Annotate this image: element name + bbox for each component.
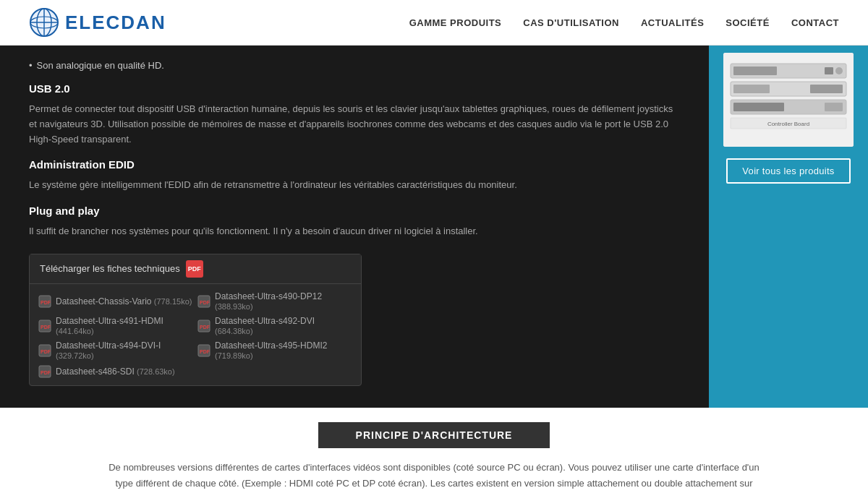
pdf-icon: PDF: [186, 260, 203, 278]
left-content: • Son analogique en qualité HD. USB 2.0 …: [0, 46, 709, 408]
svg-rect-23: [835, 67, 843, 74]
principe-title: PRINCIPE D'ARCHITECTURE: [318, 422, 550, 448]
file-size: (719.89ko): [215, 351, 253, 360]
svg-rect-28: [733, 103, 784, 111]
svg-text:PDF: PDF: [41, 370, 51, 375]
file-pdf-icon: PDF: [38, 365, 51, 378]
file-pdf-icon: PDF: [197, 344, 210, 357]
header: ELECDAN GAMME PRODUITS CAS D'UTILISATION…: [0, 0, 868, 46]
file-pdf-icon: PDF: [38, 295, 51, 308]
svg-rect-29: [825, 103, 843, 111]
product-image: Controller Board: [723, 53, 854, 147]
file-name: Datasheet-Ultra-s491-HDMI (441.64ko): [56, 316, 193, 336]
nav-contact[interactable]: CONTACT: [791, 17, 839, 28]
logo-globe-icon: [29, 7, 59, 38]
file-pdf-icon: PDF: [197, 320, 210, 333]
logo-text: ELECDAN: [65, 12, 166, 34]
svg-text:PDF: PDF: [200, 300, 210, 305]
file-pdf-icon: PDF: [197, 295, 210, 308]
nav-cas-utilisation[interactable]: CAS D'UTILISATION: [523, 17, 619, 28]
bullet-analog-text: Son analogique en qualité HD.: [37, 60, 164, 71]
nav-societe[interactable]: SOCIÉTÉ: [726, 17, 770, 28]
plug-text: Il suffit de brancher nos systèmes pour …: [29, 224, 680, 239]
svg-rect-21: [733, 67, 777, 75]
file-name: Datasheet-Chassis-Vario (778.15ko): [56, 296, 192, 306]
edid-text: Le système gère intelligemment l'EDID af…: [29, 178, 680, 193]
file-name: Datasheet-Ultra-s490-DP12 (388.93ko): [215, 291, 352, 312]
list-item[interactable]: PDF Datasheet-Ultra-s494-DVI-I (329.72ko…: [38, 340, 193, 361]
file-size: (441.64ko): [56, 327, 94, 335]
list-item[interactable]: PDF Datasheet-s486-SDI (728.63ko): [38, 365, 193, 378]
nav-actualites[interactable]: ACTUALITÉS: [641, 17, 704, 28]
bottom-text: De nombreuses versions différentes de ca…: [109, 460, 760, 493]
svg-text:PDF: PDF: [200, 349, 210, 354]
edid-title: Administration EDID: [29, 158, 680, 171]
voir-produits-button[interactable]: Voir tous les produits: [726, 158, 850, 184]
bullet-analog: • Son analogique en qualité HD.: [29, 60, 680, 71]
main-nav: GAMME PRODUITS CAS D'UTILISATION ACTUALI…: [409, 17, 839, 28]
list-item[interactable]: PDF Datasheet-Ultra-s495-HDMI2 (719.89ko…: [197, 340, 352, 361]
download-tab[interactable]: Télécharger les fiches techniques PDF: [30, 254, 361, 284]
svg-rect-26: [810, 85, 843, 93]
bottom-section: PRINCIPE D'ARCHITECTURE De nombreuses ve…: [0, 408, 868, 493]
nav-gamme-produits[interactable]: GAMME PRODUITS: [409, 17, 502, 28]
logo-area: ELECDAN: [29, 7, 166, 38]
file-name: Datasheet-Ultra-s495-HDMI2 (719.89ko): [215, 340, 352, 361]
list-item[interactable]: PDF Datasheet-Ultra-s492-DVI (684.38ko): [197, 316, 352, 336]
svg-text:PDF: PDF: [41, 349, 51, 354]
file-size: (728.63ko): [137, 367, 175, 376]
svg-text:Controller Board: Controller Board: [767, 121, 809, 127]
list-item[interactable]: PDF Datasheet-Ultra-s490-DP12 (388.93ko): [197, 291, 352, 312]
main-content: • Son analogique en qualité HD. USB 2.0 …: [0, 46, 868, 408]
file-pdf-icon: PDF: [38, 320, 51, 333]
download-section: Télécharger les fiches techniques PDF PD…: [29, 254, 362, 386]
file-name: Datasheet-Ultra-s492-DVI (684.38ko): [215, 316, 352, 336]
svg-rect-25: [733, 85, 770, 93]
file-size: (329.72ko): [56, 351, 94, 360]
download-tab-label: Télécharger les fiches techniques: [40, 263, 180, 274]
svg-rect-22: [825, 67, 833, 74]
usb-title: USB 2.0: [29, 82, 680, 95]
list-item[interactable]: PDF Datasheet-Chassis-Vario (778.15ko): [38, 291, 193, 312]
svg-text:PDF: PDF: [41, 300, 51, 305]
usb-text: Permet de connecter tout dispositif USB …: [29, 102, 680, 147]
file-name: Datasheet-Ultra-s494-DVI-I (329.72ko): [56, 340, 193, 361]
list-item[interactable]: PDF Datasheet-Ultra-s491-HDMI (441.64ko): [38, 316, 193, 336]
files-grid: PDF Datasheet-Chassis-Vario (778.15ko) P…: [30, 284, 361, 385]
file-name: Datasheet-s486-SDI (728.63ko): [56, 366, 175, 377]
svg-text:PDF: PDF: [200, 325, 210, 330]
file-size: (388.93ko): [215, 302, 253, 311]
right-sidebar: Controller Board Voir tous les produits: [709, 46, 868, 408]
plug-title: Plug and play: [29, 205, 680, 217]
file-pdf-icon: PDF: [38, 344, 51, 357]
product-image-svg: Controller Board: [723, 53, 854, 147]
file-size: (778.15ko): [154, 297, 192, 306]
svg-text:PDF: PDF: [41, 325, 51, 330]
file-size: (684.38ko): [215, 327, 253, 335]
